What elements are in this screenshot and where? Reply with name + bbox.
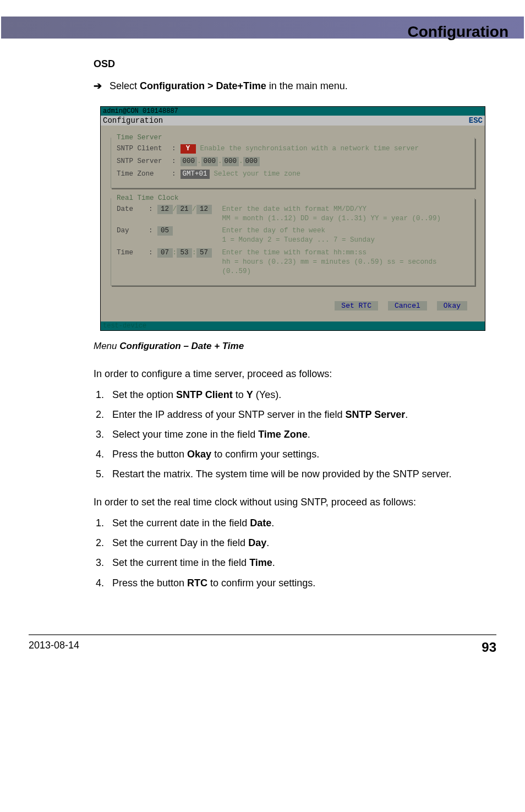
cancel-button[interactable]: Cancel	[388, 301, 427, 310]
day-value[interactable]: 05	[157, 226, 173, 236]
colon: :	[172, 144, 176, 154]
time-hint2: hh = hours (0..23) mm = minutes (0..59) …	[222, 258, 437, 275]
terminal-title: Configuration	[103, 116, 163, 125]
date-dd[interactable]: 21	[177, 205, 192, 214]
list-item: Select your time zone in the field Time …	[107, 427, 492, 442]
date-hint: Enter the date with format MM/DD/YY MM =…	[222, 205, 469, 224]
time-mm[interactable]: 53	[177, 248, 192, 258]
slash: /	[192, 205, 196, 213]
rtc-section: Real Time Clock Date : 12/21/12 Enter th…	[111, 198, 475, 286]
time-hh[interactable]: 07	[157, 248, 173, 258]
instruction-line: ➔ Select Configuration > Date+Time in th…	[94, 80, 492, 92]
colon-sep: :	[192, 249, 196, 257]
terminal-footer: test-device	[101, 321, 485, 330]
rtc-time-row: Time : 07:53:57 Enter the time with form…	[117, 248, 469, 276]
colon-sep: :	[173, 249, 177, 257]
day-hint2: 1 = Monday 2 = Tuesday ... 7 = Sunday	[222, 236, 375, 244]
sntp-client-row: SNTP Client : Y Enable the synchronisati…	[117, 144, 469, 154]
rtc-legend: Real Time Clock	[114, 194, 181, 203]
terminal-body: Time Server SNTP Client : Y Enable the s…	[101, 126, 485, 321]
terminal-esc[interactable]: ESC	[469, 116, 483, 125]
instruction-bold: Configuration > Date+Time	[140, 80, 266, 91]
caption-prefix: Menu	[94, 341, 119, 351]
date-yy[interactable]: 12	[196, 205, 212, 214]
date-mm[interactable]: 12	[157, 205, 173, 214]
sntp-server-input[interactable]: 000.000.000.000	[181, 157, 260, 166]
time-server-legend: Time Server	[114, 133, 165, 143]
list-item: Set the current time in the field Time.	[107, 555, 492, 570]
slash: /	[173, 205, 177, 213]
day-hint: Enter the day of the week 1 = Monday 2 =…	[222, 226, 469, 245]
list-item: Press the button Okay to confirm your se…	[107, 447, 492, 461]
rtc-day-row: Day : 05 Enter the day of the week 1 = M…	[117, 226, 469, 245]
osd-heading: OSD	[94, 58, 492, 70]
intro-a: In order to configure a time server, pro…	[94, 368, 492, 380]
sntp-server-label: SNTP Server	[117, 157, 167, 166]
osd-terminal: admin@CON 010148887 Configuration ESC Ti…	[100, 106, 485, 331]
colon: :	[172, 170, 176, 179]
sntp-server-o1[interactable]: 000	[181, 157, 198, 166]
instruction-text: Select Configuration > Date+Time in the …	[110, 80, 348, 92]
okay-button[interactable]: Okay	[437, 301, 467, 310]
time-label: Time	[117, 248, 144, 258]
figure-caption: Menu Configuration – Date + Time	[94, 341, 492, 352]
sntp-server-o4[interactable]: 000	[243, 157, 260, 166]
terminal-titlebar: Configuration ESC	[101, 116, 485, 126]
sntp-server-o2[interactable]: 000	[201, 157, 218, 166]
arrow-right-icon: ➔	[94, 80, 102, 92]
sntp-client-hint: Enable the synchronisation with a networ…	[200, 144, 469, 154]
time-hint: Enter the time with format hh:mm:ss hh =…	[222, 248, 469, 276]
list-item: Set the current Day in the field Day.	[107, 536, 492, 550]
sntp-server-row: SNTP Server : 000.000.000.000	[117, 157, 469, 166]
rtc-date-row: Date : 12/21/12 Enter the date with form…	[117, 205, 469, 224]
dot: .	[197, 157, 201, 165]
list-item: Set the current date in the field Date.	[107, 516, 492, 530]
instruction-prefix: Select	[110, 80, 140, 91]
time-zone-value[interactable]: GMT+01	[181, 170, 210, 179]
set-rtc-button[interactable]: Set RTC	[335, 301, 378, 310]
sntp-client-label: SNTP Client	[117, 144, 167, 154]
date-hint1: Enter the date with format MM/DD/YY	[222, 205, 367, 213]
sntp-client-value[interactable]: Y	[181, 144, 196, 154]
time-hint1: Enter the time with format hh:mm:ss	[222, 249, 367, 257]
colon: :	[172, 157, 176, 166]
terminal-buttons: Set RTC Cancel Okay	[107, 296, 478, 313]
page-title: Configuration	[407, 23, 508, 41]
date-hint2: MM = month (1..12) DD = day (1..31) YY =…	[222, 215, 441, 222]
list-item: Set the option SNTP Client to Y (Yes).	[107, 388, 492, 402]
steps-b: Set the current date in the field Date.S…	[107, 516, 492, 590]
time-ss[interactable]: 57	[196, 248, 212, 258]
date-label: Date	[117, 205, 144, 214]
colon: :	[149, 226, 153, 236]
time-server-section: Time Server SNTP Client : Y Enable the s…	[111, 138, 475, 188]
time-zone-hint: Select your time zone	[214, 170, 469, 179]
intro-b: In order to set the real time clock with…	[94, 497, 492, 508]
day-label: Day	[117, 226, 144, 236]
list-item: Press the button RTC to confirm your set…	[107, 576, 492, 590]
time-zone-label: Time Zone	[117, 170, 167, 179]
colon: :	[149, 205, 153, 214]
terminal-topline: admin@CON 010148887	[101, 107, 485, 116]
date-input[interactable]: 12/21/12	[157, 205, 218, 214]
caption-bold: Configuration – Date + Time	[119, 341, 244, 351]
instruction-suffix: in the main menu.	[266, 80, 348, 91]
page-number: 93	[482, 640, 496, 655]
time-input[interactable]: 07:53:57	[157, 248, 218, 258]
list-item: Restart the matrix. The system time will…	[107, 467, 492, 481]
list-item: Enter the IP address of your SNTP server…	[107, 407, 492, 422]
dot: .	[218, 157, 222, 165]
dot: .	[239, 157, 243, 165]
day-hint1: Enter the day of the week	[222, 227, 326, 235]
colon: :	[149, 248, 153, 258]
steps-a: Set the option SNTP Client to Y (Yes).En…	[107, 388, 492, 481]
footer-date: 2013-08-14	[29, 640, 79, 655]
time-zone-row: Time Zone : GMT+01 Select your time zone	[117, 170, 469, 179]
sntp-server-o3[interactable]: 000	[222, 157, 239, 166]
page-footer: 2013-08-14 93	[29, 634, 496, 655]
day-input-wrap: 05	[157, 226, 218, 236]
